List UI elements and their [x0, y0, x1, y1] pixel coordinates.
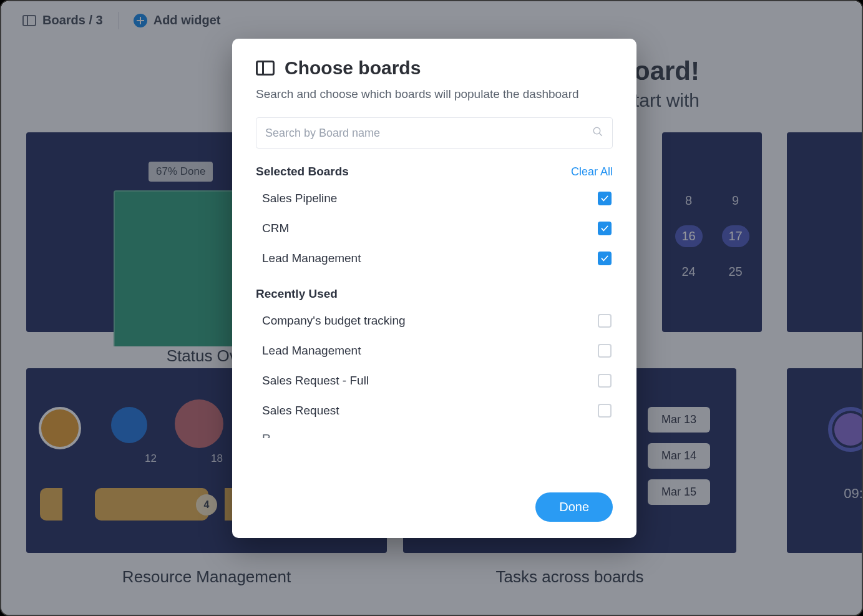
board-row[interactable]: Sales Request - Full [256, 366, 613, 396]
svg-line-1 [599, 133, 602, 136]
board-checkbox[interactable] [598, 344, 612, 358]
board-row-label: Company's budget tracking [262, 314, 406, 328]
board-checkbox[interactable] [598, 252, 612, 265]
recent-header-label: Recently Used [256, 287, 613, 301]
boards-icon [256, 61, 275, 76]
board-row[interactable]: Company's budget tracking [256, 306, 613, 336]
board-checkbox[interactable] [598, 222, 612, 235]
search-input[interactable] [265, 127, 592, 140]
board-checkbox[interactable] [598, 404, 612, 418]
modal-footer: Done [256, 492, 613, 522]
modal-header: Choose boards [256, 57, 613, 79]
modal-title: Choose boards [285, 57, 421, 79]
board-checkbox[interactable] [598, 192, 612, 205]
board-search[interactable] [256, 117, 613, 149]
board-row-label: Sales Pipeline [262, 192, 337, 205]
selected-header-label: Selected Boards [256, 165, 349, 178]
board-row[interactable]: Lead Management [256, 243, 613, 273]
board-row-label: Sales Request [262, 404, 339, 418]
svg-point-0 [593, 127, 600, 134]
board-checkbox[interactable] [598, 374, 612, 388]
board-row[interactable]: CRM [256, 213, 613, 243]
recent-boards-list: Company's budget trackingLead Management… [256, 306, 613, 426]
board-row-label: CRM [262, 222, 289, 235]
board-row-label: Lead Management [262, 344, 361, 358]
done-button[interactable]: Done [535, 492, 613, 522]
modal-subtitle: Search and choose which boards will popu… [256, 87, 613, 101]
board-row[interactable]: Sales Request [256, 396, 613, 426]
clear-all-link[interactable]: Clear All [571, 165, 613, 178]
app-frame: Boards / 3 Add widget ashboard! start wi… [0, 0, 863, 616]
board-row-label: Lead Management [262, 252, 361, 265]
board-row-label: Sales Request - Full [262, 374, 369, 388]
list-overflow-hint: R… [256, 432, 613, 438]
search-icon [592, 126, 603, 140]
choose-boards-modal: Choose boards Search and choose which bo… [232, 39, 636, 538]
selected-boards-list: Sales PipelineCRMLead Management [256, 183, 613, 273]
board-row[interactable]: Lead Management [256, 336, 613, 366]
board-checkbox[interactable] [598, 314, 612, 328]
selected-boards-header: Selected Boards Clear All [256, 165, 613, 178]
board-row[interactable]: Sales Pipeline [256, 183, 613, 213]
